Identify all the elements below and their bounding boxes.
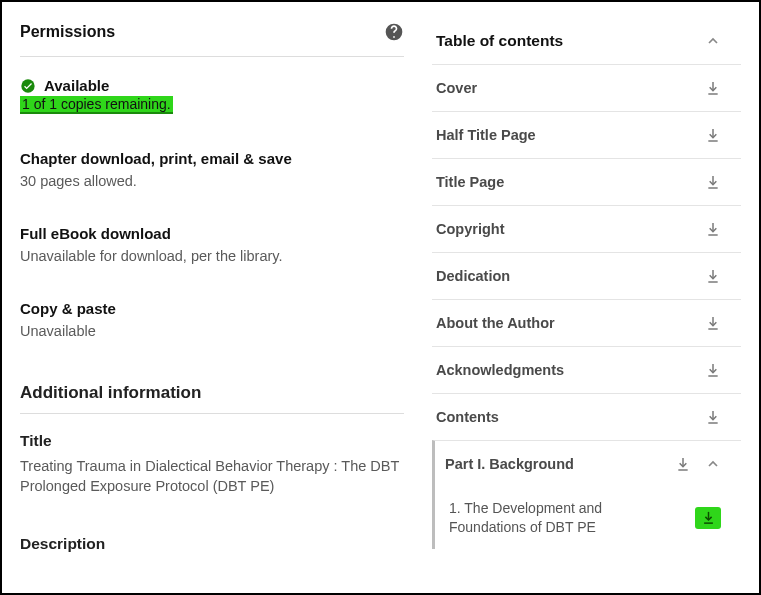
svg-point-1 <box>21 79 34 92</box>
toc-header: Table of contents <box>432 14 741 64</box>
toc-item-label: About the Author <box>436 315 555 331</box>
available-label: Available <box>44 77 109 94</box>
toc-item-label: Title Page <box>436 174 504 190</box>
chevron-up-icon[interactable] <box>705 33 721 49</box>
full-ebook-detail: Unavailable for download, per the librar… <box>20 248 404 264</box>
permissions-header: Permissions <box>20 22 404 57</box>
toc-part-label: Part I. Background <box>445 456 574 472</box>
download-icon[interactable] <box>705 362 721 378</box>
help-icon[interactable] <box>384 22 404 42</box>
download-icon[interactable] <box>705 315 721 331</box>
title-label: Title <box>20 432 404 450</box>
full-ebook-section: Full eBook download Unavailable for down… <box>20 225 404 264</box>
description-label: Description <box>20 535 404 553</box>
toc-item[interactable]: Acknowledgments <box>432 346 741 393</box>
toc-subitem[interactable]: 1. The Development and Foundations of DB… <box>432 487 741 549</box>
title-block: Title Treating Trauma in Dialectical Beh… <box>20 432 404 497</box>
check-circle-icon <box>20 78 36 94</box>
toc-item-label: Contents <box>436 409 499 425</box>
download-icon[interactable] <box>705 268 721 284</box>
download-icon[interactable] <box>705 80 721 96</box>
toc-item[interactable]: Contents <box>432 393 741 440</box>
copies-remaining: 1 of 1 copies remaining. <box>20 96 173 114</box>
download-icon[interactable] <box>705 409 721 425</box>
copy-paste-detail: Unavailable <box>20 323 404 339</box>
toc-item[interactable]: Dedication <box>432 252 741 299</box>
toc-item-label: Dedication <box>436 268 510 284</box>
download-icon[interactable] <box>705 174 721 190</box>
chapter-download-detail: 30 pages allowed. <box>20 173 404 189</box>
chapter-download-section: Chapter download, print, email & save 30… <box>20 150 404 189</box>
toc-item[interactable]: About the Author <box>432 299 741 346</box>
availability-row: Available <box>20 77 404 94</box>
copy-paste-heading: Copy & paste <box>20 300 404 317</box>
toc-item-label: Cover <box>436 80 477 96</box>
toc-heading: Table of contents <box>436 32 563 50</box>
toc-subitem-label: 1. The Development and Foundations of DB… <box>449 499 619 537</box>
download-icon[interactable] <box>705 221 721 237</box>
title-value: Treating Trauma in Dialectical Behavior … <box>20 456 404 497</box>
toc-item[interactable]: Cover <box>432 64 741 111</box>
toc-item[interactable]: Title Page <box>432 158 741 205</box>
download-badge[interactable] <box>695 507 721 529</box>
permissions-heading: Permissions <box>20 23 115 41</box>
additional-info-heading: Additional information <box>20 383 404 414</box>
full-ebook-heading: Full eBook download <box>20 225 404 242</box>
download-icon <box>701 510 716 525</box>
toc-part-background[interactable]: Part I. Background <box>432 440 741 487</box>
chapter-download-heading: Chapter download, print, email & save <box>20 150 404 167</box>
copy-paste-section: Copy & paste Unavailable <box>20 300 404 339</box>
toc-item[interactable]: Half Title Page <box>432 111 741 158</box>
toc-item-label: Acknowledgments <box>436 362 564 378</box>
toc-item[interactable]: Copyright <box>432 205 741 252</box>
toc-item-label: Copyright <box>436 221 504 237</box>
toc-item-label: Half Title Page <box>436 127 536 143</box>
download-icon[interactable] <box>705 127 721 143</box>
download-icon[interactable] <box>675 456 691 472</box>
chevron-up-icon[interactable] <box>705 456 721 472</box>
